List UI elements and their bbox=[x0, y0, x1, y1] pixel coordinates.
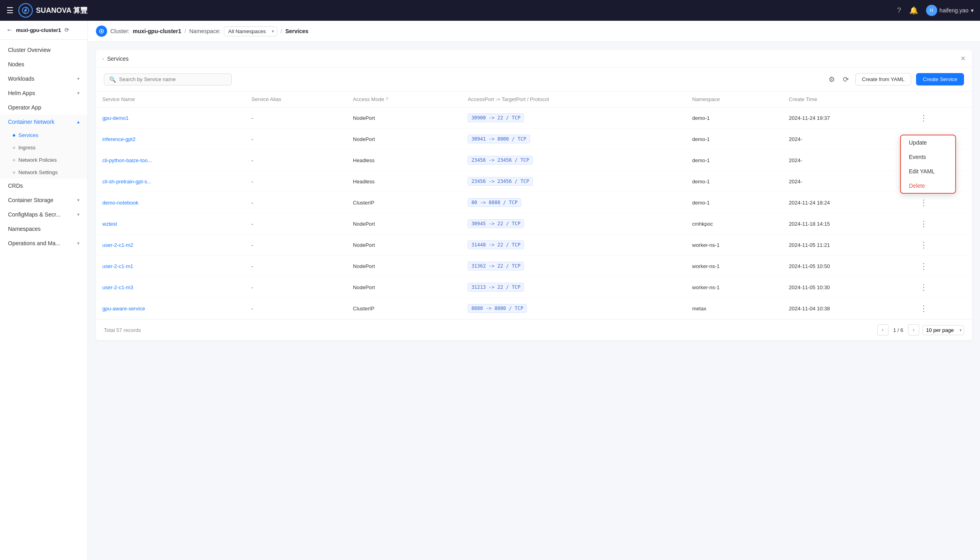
cell-access-mode: Headless bbox=[347, 150, 461, 171]
sidebar-item-namespaces[interactable]: Namespaces bbox=[0, 222, 88, 236]
table-row: cli-sh-pretrain-gpt-s... - Headless 2345… bbox=[96, 171, 972, 192]
sidebar-item-workloads[interactable]: Workloads ▾ bbox=[0, 71, 88, 86]
panel-title: Services bbox=[107, 56, 129, 62]
sidebar-item-crds[interactable]: CRDs bbox=[0, 179, 88, 193]
settings-icon[interactable]: ⚙ bbox=[827, 73, 837, 85]
cell-namespace: cmhkpoc bbox=[686, 213, 783, 234]
namespace-label: Namespace: bbox=[189, 28, 221, 34]
topnav-left: ☰ SUANOVA 算豐 bbox=[6, 3, 88, 18]
sidebar-label-crds: CRDs bbox=[8, 183, 80, 189]
more-button[interactable]: ⋮ bbox=[917, 260, 930, 272]
cell-create-time: 2024- bbox=[783, 171, 911, 192]
table-row: cli-python-baize-too... - Headless 23456… bbox=[96, 150, 972, 171]
container-storage-chevron-icon: ▾ bbox=[77, 197, 80, 203]
services-dot bbox=[13, 134, 15, 137]
search-box[interactable]: 🔍 bbox=[104, 73, 232, 85]
cell-ports: 31362 -> 22 / TCP bbox=[461, 256, 685, 277]
sidebar: ← muxi-gpu-cluster1 ⟳ Cluster Overview N… bbox=[0, 21, 88, 560]
sidebar-item-network-settings[interactable]: Network Settings bbox=[0, 166, 88, 179]
more-button[interactable]: ⋮ bbox=[917, 218, 930, 229]
cell-access-mode: NodePort bbox=[347, 107, 461, 129]
cell-ports: 8080 -> 8080 / TCP bbox=[461, 298, 685, 319]
cell-create-time: 2024-11-05 11:21 bbox=[783, 234, 911, 256]
col-service-name: Service Name bbox=[96, 91, 245, 107]
panel-close-icon[interactable]: ✕ bbox=[960, 55, 966, 62]
cell-create-time: 2024-11-24 18:24 bbox=[783, 192, 911, 213]
cell-create-time: 2024- bbox=[783, 129, 911, 150]
namespace-select[interactable]: All Namespaces default demo-1 cmhkpoc wo… bbox=[224, 26, 277, 36]
help-icon[interactable]: ? bbox=[897, 6, 901, 15]
cluster-name-breadcrumb: muxi-gpu-cluster1 bbox=[133, 28, 181, 34]
context-menu-delete[interactable]: Delete bbox=[901, 179, 955, 193]
table-row: wztest - NodePort 30945 -> 22 / TCP cmhk… bbox=[96, 213, 972, 234]
hamburger-icon[interactable]: ☰ bbox=[6, 6, 14, 15]
access-mode-help-icon[interactable]: ? bbox=[386, 97, 388, 102]
cell-service-name: wztest bbox=[96, 213, 245, 234]
cell-service-alias: - bbox=[245, 213, 347, 234]
network-settings-dot bbox=[13, 171, 15, 174]
sidebar-label-services: Services bbox=[18, 132, 38, 138]
cell-ports: 30900 -> 22 / TCP bbox=[461, 107, 685, 129]
notifications-icon[interactable]: 🔔 bbox=[909, 6, 918, 15]
more-button[interactable]: ⋮ bbox=[917, 282, 930, 293]
namespace-selector-wrapper[interactable]: All Namespaces default demo-1 cmhkpoc wo… bbox=[224, 26, 277, 36]
col-actions bbox=[911, 91, 972, 107]
col-access-port: AccessPort -> TargetPort / Protocol bbox=[461, 91, 685, 107]
create-service-button[interactable]: Create Service bbox=[916, 73, 964, 85]
table-row: gpu-demo1 - NodePort 30900 -> 22 / TCP d… bbox=[96, 107, 972, 129]
sidebar-item-network-policies[interactable]: Network Policies bbox=[0, 154, 88, 166]
context-menu-update[interactable]: Update bbox=[901, 135, 955, 150]
sidebar-item-container-storage[interactable]: Container Storage ▾ bbox=[0, 193, 88, 207]
sidebar-item-services[interactable]: Services bbox=[0, 129, 88, 141]
table-row: user-2-c1-m3 - NodePort 31213 -> 22 / TC… bbox=[96, 277, 972, 298]
sidebar-label-helm-apps: Helm Apps bbox=[8, 90, 77, 96]
sidebar-item-helm-apps[interactable]: Helm Apps ▾ bbox=[0, 86, 88, 100]
cell-access-mode: NodePort bbox=[347, 129, 461, 150]
prev-page-button[interactable]: ‹ bbox=[877, 324, 888, 336]
cell-create-time: 2024-11-04 10:38 bbox=[783, 298, 911, 319]
sidebar-cluster-header[interactable]: ← muxi-gpu-cluster1 ⟳ bbox=[0, 21, 88, 40]
panel-chevron-icon[interactable]: › bbox=[102, 56, 104, 62]
more-button[interactable]: ⋮ bbox=[917, 303, 930, 314]
cell-more: ⋮ bbox=[911, 213, 972, 234]
sidebar-item-operations[interactable]: Operations and Ma... ▾ bbox=[0, 236, 88, 250]
sidebar-item-nodes[interactable]: Nodes bbox=[0, 57, 88, 71]
sidebar-label-namespaces: Namespaces bbox=[8, 226, 80, 232]
search-input[interactable] bbox=[119, 76, 227, 82]
more-button[interactable]: ⋮ bbox=[917, 197, 930, 208]
create-from-yaml-button[interactable]: Create from YAML bbox=[855, 73, 911, 85]
per-page-select[interactable]: 10 per page 20 per page 50 per page bbox=[922, 325, 964, 335]
cell-service-alias: - bbox=[245, 129, 347, 150]
cell-create-time: 2024-11-24 19:37 bbox=[783, 107, 911, 129]
sidebar-item-container-network[interactable]: Container Network ▴ bbox=[0, 115, 88, 129]
sidebar-label-nodes: Nodes bbox=[8, 61, 80, 68]
user-chevron-icon: ▾ bbox=[971, 7, 974, 14]
next-page-button[interactable]: › bbox=[908, 324, 919, 336]
sidebar-item-configmaps[interactable]: ConfigMaps & Secr... ▾ bbox=[0, 207, 88, 222]
cell-namespace: demo-1 bbox=[686, 171, 783, 192]
per-page-wrapper[interactable]: 10 per page 20 per page 50 per page bbox=[922, 325, 964, 335]
context-menu-events[interactable]: Events bbox=[901, 150, 955, 164]
cell-service-alias: - bbox=[245, 171, 347, 192]
cell-service-alias: - bbox=[245, 256, 347, 277]
refresh-icon[interactable]: ⟳ bbox=[64, 27, 69, 33]
sidebar-label-container-network: Container Network bbox=[8, 119, 77, 125]
cell-namespace: demo-1 bbox=[686, 192, 783, 213]
sidebar-item-cluster-overview[interactable]: Cluster Overview bbox=[0, 43, 88, 57]
cell-access-mode: Headless bbox=[347, 171, 461, 192]
page-info: 1 / 6 bbox=[892, 327, 905, 333]
refresh-icon[interactable]: ⟳ bbox=[841, 73, 851, 85]
more-button[interactable]: ⋮ bbox=[917, 112, 930, 123]
cell-namespace: demo-1 bbox=[686, 107, 783, 129]
sidebar-item-ingress[interactable]: Ingress bbox=[0, 141, 88, 154]
context-menu-edit-yaml[interactable]: Edit YAML bbox=[901, 164, 955, 179]
breadcrumb: Cluster: muxi-gpu-cluster1 / Namespace: … bbox=[88, 21, 980, 42]
cell-namespace: worker-ns-1 bbox=[686, 256, 783, 277]
sidebar-item-operator-app[interactable]: Operator App bbox=[0, 100, 88, 115]
user-menu[interactable]: H haifeng.yao ▾ bbox=[926, 5, 974, 16]
back-icon[interactable]: ← bbox=[6, 26, 13, 34]
cluster-label: Cluster: bbox=[110, 28, 129, 34]
cell-service-name: gpu-demo1 bbox=[96, 107, 245, 129]
sidebar-label-network-policies: Network Policies bbox=[18, 157, 57, 163]
more-button[interactable]: ⋮ bbox=[917, 239, 930, 250]
